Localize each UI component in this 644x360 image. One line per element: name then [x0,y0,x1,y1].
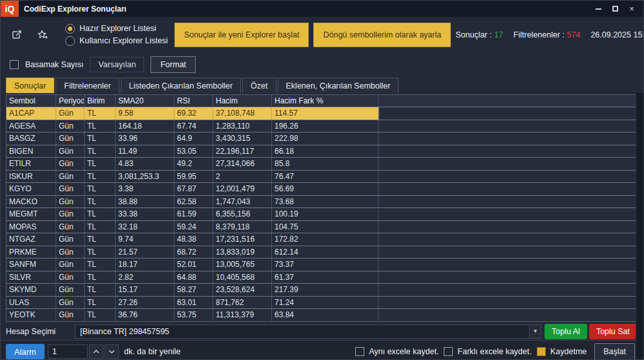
column-header-rsi[interactable]: RSI [174,95,213,107]
new-explorer-button[interactable]: Sonuçlar ile yeni Explorer başlat [174,23,309,47]
tab-added-removed-symbols[interactable]: Eklenen, Çıkarılan Semboller [278,78,399,93]
cycle-symbols-button[interactable]: Döngü sembollerim olarak ayarla [313,23,451,47]
column-header-period[interactable]: Periyod [56,95,85,107]
table-row[interactable]: MACKOGünTL38.8862.581,747,04373.68 [6,196,636,209]
table-cell: 49.2 [174,158,213,170]
table-row[interactable]: MEGMTGünTL33.3861.596,355,156100.19 [6,208,636,221]
table-cell: Gün [56,259,85,271]
save-same-excel-option[interactable]: Aynı excele kaydet. [355,347,439,356]
table-row[interactable]: SKYMDGünTL15.1758.2723,528,624217.39 [6,284,636,297]
table-cell: 85.8 [272,158,379,170]
tab-filtered[interactable]: Filtrelenenler [56,78,119,93]
table-cell: 61.37 [272,271,379,284]
table-cell: TL [85,284,116,296]
table-cell: 61.59 [174,208,213,220]
digit-count-checkbox[interactable] [10,60,19,69]
table-row[interactable]: PRKMEGünTL21.5768.7213,833,019612.14 [6,246,636,259]
table-cell: TL [85,233,116,246]
table-row[interactable]: ETILRGünTL4.8349.227,314,06685.8 [6,158,636,171]
radio-ready-explorer-list[interactable]: Hazır Explorer Listesi [65,24,168,34]
close-button[interactable]: × [625,3,638,15]
table-row[interactable]: KGYOGünTL3.3867.8712,001,47956.69 [6,183,636,196]
table-cell: TL [85,271,116,284]
table-cell: TL [85,196,116,208]
tab-removed-symbols[interactable]: Listeden Çıkarılan Semboller [121,78,242,93]
bulk-buy-button[interactable]: Toplu Al [545,324,587,339]
maximize-button[interactable] [608,3,621,15]
minimize-button[interactable] [592,3,605,15]
alarm-button[interactable]: Alarm [6,344,45,359]
table-cell: ETILR [6,158,56,170]
table-cell: 73.68 [272,196,379,208]
table-row[interactable]: YEOTKGünTL36.7653.7511,313,37963.84 [6,309,636,322]
table-cell: 71.24 [272,297,379,309]
save-other-excel-option[interactable]: Farklı excele kaydet. [444,347,532,356]
table-row[interactable]: AGESAGünTL164.1867.741,283,110196.26 [6,120,636,133]
table-row[interactable]: ULASGünTL27.2663.01871,76271.24 [6,297,636,310]
tab-results[interactable]: Sonuçlar [6,78,54,93]
table-row[interactable]: A1CAPGünTL9.5869.3237,108,748114.57 [6,107,636,120]
table-cell: 18.17 [116,259,174,271]
bottom-bar: Alarm dk. da bir yenile Aynı excele kayd… [1,340,637,360]
table-row-filler [379,171,636,183]
tab-summary[interactable]: Özet [242,78,276,93]
table-cell: 3.38 [116,183,174,195]
table-cell: AGESA [6,120,56,132]
refresh-interval-label: dk. da bir yenile [124,347,181,356]
table-cell: 63.01 [174,297,213,309]
no-save-option[interactable]: Kaydetme [537,347,587,356]
refresh-interval-input[interactable] [48,344,88,359]
start-button[interactable]: Başlat [594,343,635,360]
table-row[interactable]: BIGENGünTL11.4953.0522,196,11766.18 [6,145,636,158]
minimize-icon [596,8,601,10]
interval-increase-button[interactable] [89,344,103,359]
table-cell: 48.38 [174,233,213,246]
table-cell: YEOTK [6,309,56,321]
title-bar[interactable]: iQ CodiExp Explorer Sonuçları × [1,1,643,17]
table-cell: 4.83 [116,158,174,170]
table-cell: 222.98 [272,132,379,145]
table-row[interactable]: SANFMGünTL18.1752.0113,005,76573.37 [6,259,636,271]
table-row[interactable]: MOPASGünTL32.1859.248,379,118104.75 [6,221,636,234]
table-cell: 10,405,568 [213,271,272,284]
column-header-symbol[interactable]: Sembol [6,95,56,107]
star-plus-icon [37,29,49,41]
account-select-dropdown[interactable]: [Binance TR] 298457595 ▼ [75,324,541,339]
table-cell: 33.96 [116,132,174,145]
table-cell: MOPAS [6,221,56,233]
radio-user-explorer-list[interactable]: Kullanıcı Explorer Listesi [65,36,168,46]
table-cell: 27.26 [116,297,174,309]
table-cell: 23,528,624 [213,284,272,296]
table-cell: TL [85,246,116,259]
column-header-volume[interactable]: Hacim [213,95,272,107]
table-row-filler [379,221,636,233]
table-cell: 1,747,043 [213,196,272,208]
share-icon [11,29,23,41]
table-cell: Gün [56,284,85,296]
column-header-sma20[interactable]: SMA20 [116,95,174,107]
default-button[interactable]: Varsayılan [90,57,144,72]
table-row[interactable]: BASGZGünTL33.9664.93,430,315222.98 [6,132,636,145]
chevron-up-icon [93,350,99,354]
table-row-filler [379,158,636,170]
results-table: Sembol Periyod Birim SMA20 RSI Hacim Hac… [6,94,637,322]
column-header-unit[interactable]: Birim [85,95,116,107]
table-cell: 63.84 [272,309,379,321]
table-row[interactable]: NTGAZGünTL9.7448.3817,231,516172.82 [6,233,636,246]
table-cell: Gün [56,309,85,321]
chevron-down-icon[interactable]: ▼ [529,325,541,338]
account-row: Hesap Seçimi [Binance TR] 298457595 ▼ To… [1,323,637,340]
window-controls: × [592,3,643,15]
interval-decrease-button[interactable] [105,344,119,359]
export-share-button[interactable] [10,28,24,42]
table-row[interactable]: ISKURGünTL3,081,253.359.95276.47 [6,171,636,184]
table-row[interactable]: SILVRGünTL2.8264.8810,405,56861.37 [6,271,636,284]
table-cell: 13,005,765 [213,259,272,271]
format-button[interactable]: Format [151,56,196,73]
favorite-add-button[interactable] [36,28,50,42]
bulk-sell-button[interactable]: Toplu Sat [589,324,637,339]
close-icon: × [629,4,634,14]
column-header-volume-diff[interactable]: Hacim Fark % [272,95,379,107]
table-cell: 32.18 [116,221,174,233]
table-cell: 612.14 [272,246,379,259]
